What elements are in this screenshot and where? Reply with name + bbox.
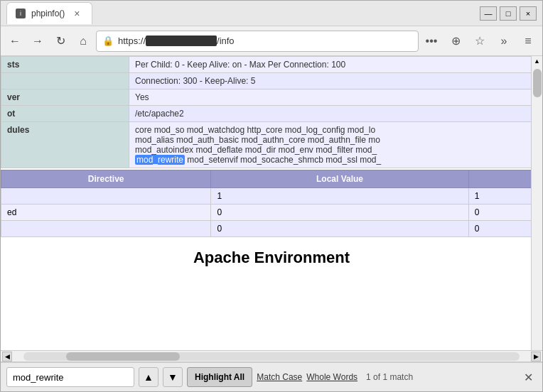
address-bar[interactable]: 🔒 https:// /info — [96, 31, 419, 52]
directive-row: 0 0 — [1, 221, 542, 237]
find-input[interactable] — [6, 367, 134, 387]
menu-button[interactable]: ≡ — [518, 31, 538, 51]
match-count: 1 of 1 match — [366, 372, 413, 382]
title-bar: i phpinfo() × — □ × — [1, 1, 542, 26]
scroll-right-button[interactable]: ▶ — [531, 352, 541, 361]
row-value: Yes — [129, 89, 542, 106]
table-row: dules core mod_so mod_watchdog http_core… — [1, 122, 542, 168]
row-value: Per Child: 0 - Keep Alive: on - Max Per … — [129, 57, 542, 73]
find-next-button[interactable]: ▼ — [163, 367, 183, 387]
local-value-col-header: Local Value — [211, 170, 468, 188]
highlight-all-button[interactable]: Highlight All — [187, 367, 252, 387]
directive-label: ed — [1, 205, 211, 221]
phpinfo-table: sts Per Child: 0 - Keep Alive: on - Max … — [1, 56, 542, 168]
directive-row: 1 1 — [1, 188, 542, 205]
search-highlight: mod_rewrite — [135, 155, 185, 165]
table-row: ot /etc/apache2 — [1, 106, 542, 122]
table-row: ver Yes — [1, 89, 542, 106]
back-button[interactable]: ← — [5, 31, 25, 51]
maximize-button[interactable]: □ — [500, 6, 517, 21]
scroll-thumb[interactable] — [533, 69, 542, 97]
match-case-option[interactable]: Match Case — [257, 372, 302, 382]
page-scroll-area[interactable]: sts Per Child: 0 - Keep Alive: on - Max … — [1, 56, 542, 350]
local-value: 1 — [211, 188, 468, 205]
security-lock-icon: 🔒 — [102, 36, 114, 46]
directive-row: ed 0 0 — [1, 205, 542, 221]
pocket-button[interactable]: ⊕ — [446, 31, 466, 51]
find-close-button[interactable]: ✕ — [520, 369, 537, 386]
scroll-track — [23, 352, 520, 361]
row-label — [1, 73, 129, 89]
tab-title: phpinfo() — [31, 9, 65, 18]
row-label: ot — [1, 106, 129, 122]
table-row: sts Per Child: 0 - Keep Alive: on - Max … — [1, 57, 542, 73]
close-window-button[interactable]: × — [520, 6, 537, 21]
browser-window: i phpinfo() × — □ × ← → ↻ ⌂ 🔒 https:// /… — [0, 0, 543, 392]
scroll-thumb[interactable] — [66, 352, 180, 361]
url-text: https:// /info — [118, 36, 412, 46]
apache-env-title: Apache Environment — [1, 237, 542, 274]
find-previous-button[interactable]: ▲ — [139, 367, 158, 387]
active-tab[interactable]: i phpinfo() × — [6, 2, 92, 24]
more-tools-button[interactable]: » — [494, 31, 514, 51]
row-value: /etc/apache2 — [129, 106, 542, 122]
directive-table: Directive Local Value 1 1 ed 0 0 — [1, 170, 542, 237]
local-value: 0 — [211, 205, 468, 221]
whole-words-option[interactable]: Whole Words — [306, 372, 357, 382]
directive-col-header: Directive — [1, 170, 211, 188]
directive-label — [1, 188, 211, 205]
bookmark-button[interactable]: ☆ — [470, 31, 490, 51]
more-options-button[interactable]: ••• — [421, 31, 441, 51]
nav-extra-buttons: ••• ⊕ ☆ » ≡ — [421, 31, 538, 51]
scroll-left-button[interactable]: ◀ — [2, 352, 12, 361]
row-value: core mod_so mod_watchdog http_core mod_l… — [129, 122, 542, 168]
home-button[interactable]: ⌂ — [73, 31, 93, 51]
window-controls: — □ × — [480, 6, 537, 21]
forward-button[interactable]: → — [28, 31, 48, 51]
directive-header-row: Directive Local Value — [1, 170, 542, 188]
page-content: sts Per Child: 0 - Keep Alive: on - Max … — [1, 56, 542, 350]
row-label: sts — [1, 57, 129, 73]
reload-button[interactable]: ↻ — [50, 31, 70, 51]
local-value: 0 — [211, 221, 468, 237]
table-row: Connection: 300 - Keep-Alive: 5 — [1, 73, 542, 89]
find-bar: ▲ ▼ Highlight All Match Case Whole Words… — [1, 361, 542, 391]
row-label: dules — [1, 122, 129, 168]
tab-favicon: i — [16, 9, 26, 18]
redacted-domain — [146, 36, 217, 46]
tab-close-button[interactable]: × — [70, 7, 83, 20]
row-value: Connection: 300 - Keep-Alive: 5 — [129, 73, 542, 89]
directive-label — [1, 221, 211, 237]
vertical-scrollbar[interactable]: ▲ — [531, 56, 542, 350]
minimize-button[interactable]: — — [480, 6, 497, 21]
scroll-up-button[interactable]: ▲ — [532, 56, 542, 66]
horizontal-scrollbar[interactable]: ◀ ▶ — [1, 350, 542, 361]
navigation-bar: ← → ↻ ⌂ 🔒 https:// /info ••• ⊕ ☆ » ≡ — [1, 26, 542, 56]
row-label: ver — [1, 89, 129, 106]
tab-area: i phpinfo() × — [6, 2, 480, 24]
